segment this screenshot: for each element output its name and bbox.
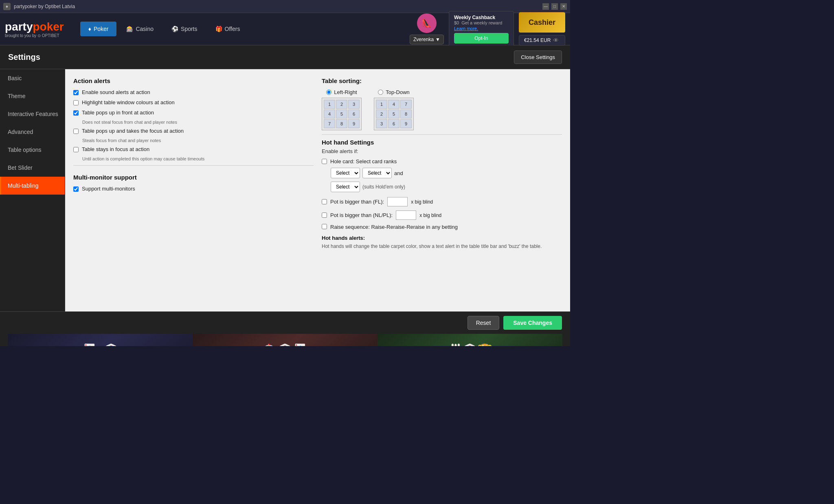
sidebar-item-multi-tabling[interactable]: Multi-tabling (0, 177, 65, 195)
username-dropdown[interactable]: Zverenka ▼ (410, 35, 444, 44)
left-right-label[interactable]: Left-Right (326, 89, 357, 95)
grid-cell: 8 (400, 110, 412, 118)
minimize-button[interactable]: — (542, 3, 549, 10)
raise-label[interactable]: Raise sequence: Raise-Reraise-Reraise in… (330, 224, 458, 230)
settings-area: Settings Close Settings Basic Theme Inte… (0, 46, 570, 334)
pot-nlpl-label[interactable]: Pot is bigger than (NL/PL): (330, 212, 393, 218)
hole-card-row: Hole card: Select card ranks (322, 158, 562, 164)
reset-button[interactable]: Reset (467, 316, 500, 330)
pops-front-checkbox[interactable] (73, 110, 79, 116)
pot-fl-checkbox[interactable] (322, 199, 327, 204)
sidebar-item-bet-slider[interactable]: Bet Slider (0, 159, 65, 177)
sidebar-item-table-options[interactable]: Table options (0, 141, 65, 159)
table-sorting-title: Table sorting: (322, 77, 562, 84)
grid-cell: 9 (348, 119, 360, 128)
tab-sports[interactable]: ⚽ Sports (163, 22, 205, 36)
grid-cell: 4 (388, 100, 399, 109)
grid-cell: 1 (324, 100, 335, 109)
save-button[interactable]: Save Changes (503, 316, 562, 330)
pot-nlpl-checkbox[interactable] (322, 213, 327, 218)
logo-sub: brought to you by ⊙ OPTIBET (5, 33, 64, 38)
eye-icon[interactable]: 👁 (553, 37, 559, 44)
pops-focus-label[interactable]: Table pops up and takes the focus at act… (82, 128, 184, 134)
hole-card-rank1-select[interactable]: Select (331, 168, 360, 178)
grid-cell: 6 (388, 119, 399, 128)
sidebar-item-theme[interactable]: Theme (0, 87, 65, 105)
optin-button[interactable]: Opt-In (454, 33, 509, 44)
grid-cell: 5 (388, 110, 399, 118)
sidebar: Basic Theme Interactive Features Advance… (0, 69, 65, 311)
grid-cell: 5 (336, 110, 347, 118)
checkbox-multi-monitor-row: Support multi-monitors (73, 186, 314, 192)
logo-party: party (5, 20, 33, 33)
divider2 (322, 134, 562, 135)
top-down-label[interactable]: Top-Down (378, 89, 410, 95)
top-down-grid: 1 4 7 2 5 8 3 6 9 (374, 98, 414, 130)
content-grid: Action alerts Enable sound alerts at act… (73, 77, 562, 250)
multi-monitor-label[interactable]: Support multi-monitors (82, 186, 135, 192)
hole-card-selects: Select Select and (331, 168, 562, 178)
pops-focus-checkbox[interactable] (73, 129, 79, 134)
and-label: and (394, 170, 403, 176)
suits-select[interactable]: Select (331, 182, 360, 192)
learn-more-link[interactable]: Learn more. (454, 26, 478, 31)
grid-cell: 7 (400, 100, 412, 109)
multi-monitor-section: Multi-monitor support Support multi-moni… (73, 174, 314, 192)
stays-focus-label[interactable]: Table stays in focus at action (82, 146, 149, 152)
banner-next-button[interactable]: › (562, 334, 570, 346)
highlight-checkbox[interactable] (73, 100, 79, 105)
banner-prev-button[interactable]: ‹ (0, 334, 8, 346)
multi-monitor-checkbox[interactable] (73, 186, 79, 192)
hot-hand-settings: Hot hand Settings Enable alerts if: Hole… (322, 139, 562, 250)
hot-hands-desc: Hot hands will change the table carpet c… (322, 243, 562, 250)
bottom-bar: Reset Save Changes (0, 311, 570, 334)
nav-tabs: ♦ Poker 🎰 Casino ⚽ Sports 🎁 Offers (80, 22, 248, 36)
cashier-button[interactable]: Cashier (519, 12, 565, 33)
highlight-label[interactable]: Highlight table window colours at action (82, 99, 175, 105)
stays-focus-checkbox[interactable] (73, 147, 79, 152)
sidebar-item-basic[interactable]: Basic (0, 69, 65, 87)
nav-bar: partypoker brought to you by ⊙ OPTIBET ♦… (0, 13, 570, 46)
sidebar-item-advanced[interactable]: Advanced (0, 123, 65, 141)
action-alerts-title: Action alerts (73, 77, 314, 84)
grid-cell: 1 (376, 100, 387, 109)
banner-inner: 🃏♠️🎲 🎰🎲🃏 🎳🎲🏆 (8, 334, 562, 346)
pops-front-label[interactable]: Table pops up in front at action (82, 110, 154, 116)
casino-icon: 🎰 (126, 26, 133, 32)
pot-fl-input[interactable] (387, 197, 408, 206)
tab-offers[interactable]: 🎁 Offers (207, 22, 248, 36)
divider (73, 165, 314, 166)
top-down-radio[interactable] (378, 90, 383, 95)
sound-label[interactable]: Enable sound alerts at action (82, 89, 150, 95)
raise-checkbox[interactable] (322, 224, 327, 229)
sorting-top-down: Top-Down 1 4 7 2 5 8 3 6 9 (374, 89, 414, 130)
checkbox-sound-row: Enable sound alerts at action (73, 89, 314, 95)
chevron-down-icon: ▼ (435, 37, 440, 42)
sound-checkbox[interactable] (73, 90, 79, 95)
banner-slot-1: 🃏♠️🎲 (8, 334, 193, 346)
stays-focus-sub: Until action is completed this option ma… (82, 156, 314, 161)
pot-fl-label[interactable]: Pot is bigger than (FL): (330, 199, 384, 205)
suits-row: Select (suits Hold'em only) (331, 182, 562, 192)
window-controls[interactable]: — □ ✕ (542, 3, 567, 10)
tab-poker[interactable]: ♦ Poker (80, 22, 117, 36)
hole-card-rank2-select[interactable]: Select (362, 168, 392, 178)
pot-nlpl-suffix: x big blind (419, 213, 441, 218)
sidebar-item-interactive[interactable]: Interactive Features (0, 105, 65, 123)
hole-card-checkbox[interactable] (322, 159, 327, 164)
hole-card-label[interactable]: Hole card: Select card ranks (330, 158, 397, 164)
close-button[interactable]: ✕ (560, 3, 567, 10)
maximize-button[interactable]: □ (551, 3, 558, 10)
left-right-radio[interactable] (326, 90, 331, 95)
avatar-section: 👠 Zverenka ▼ (410, 13, 444, 44)
checkbox-highlight-row: Highlight table window colours at action (73, 99, 314, 105)
grid-cell: 8 (336, 119, 347, 128)
right-column: Table sorting: Left-Right 1 2 3 4 (322, 77, 562, 250)
pops-front-sub: Does not steal focus from chat and playe… (82, 120, 314, 125)
sports-icon: ⚽ (171, 26, 178, 32)
pot-nlpl-input[interactable] (396, 210, 416, 220)
close-settings-button[interactable]: Close Settings (514, 50, 562, 64)
tab-casino[interactable]: 🎰 Casino (118, 22, 162, 36)
grid-cell: 3 (376, 119, 387, 128)
cashback-title: Weekly Cashback (454, 15, 509, 20)
